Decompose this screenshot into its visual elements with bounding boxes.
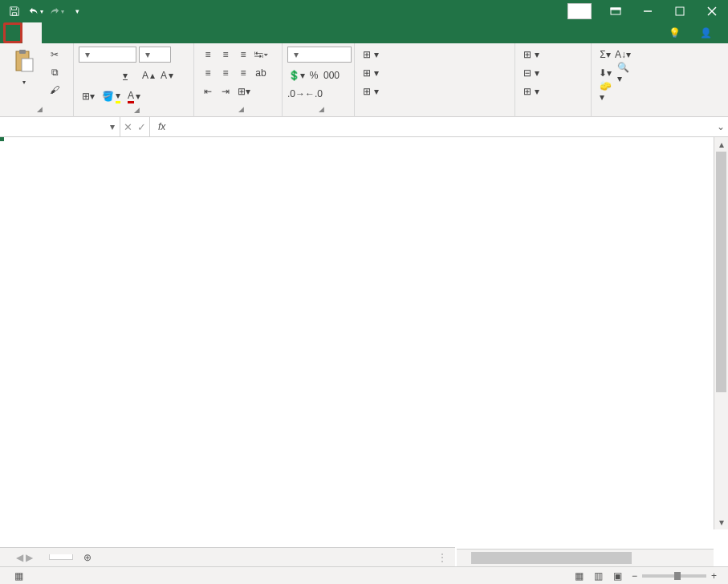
normal-view-icon[interactable]: ▦: [571, 569, 588, 583]
indent-increase-icon[interactable]: ⇥: [217, 83, 234, 99]
tab-review[interactable]: [119, 22, 138, 43]
align-middle-icon[interactable]: ≡: [217, 47, 234, 63]
sheet-tabs-bar: ◀ ▶ ⊕ ⋮: [0, 547, 455, 566]
enter-formula-icon[interactable]: ✓: [137, 121, 146, 133]
cell-styles-icon: ⊞: [363, 86, 371, 97]
tab-formulas[interactable]: [80, 22, 100, 43]
indent-decrease-icon[interactable]: ⇤: [199, 83, 217, 99]
launcher-icon[interactable]: ◢: [37, 105, 43, 113]
tab-layout[interactable]: [61, 22, 80, 43]
name-box-input[interactable]: [5, 121, 110, 132]
format-painter-icon[interactable]: 🖌: [46, 82, 63, 98]
zoom-slider[interactable]: [642, 574, 706, 578]
align-top-icon[interactable]: ≡: [199, 47, 217, 63]
page-break-icon[interactable]: ▣: [609, 569, 627, 583]
fx-icon[interactable]: fx: [150, 117, 173, 136]
title-bar: ▾ ▾ ▾: [0, 0, 728, 22]
formula-input[interactable]: [178, 121, 709, 132]
autosum-icon[interactable]: Σ▾: [596, 47, 614, 63]
cut-icon[interactable]: ✂: [46, 47, 63, 63]
cancel-formula-icon[interactable]: ✕: [124, 121, 132, 133]
italic-button[interactable]: [97, 67, 115, 83]
borders-button[interactable]: ⊞▾: [79, 88, 98, 104]
comma-icon[interactable]: 000: [323, 67, 340, 83]
decrease-decimal-icon[interactable]: ←.0: [305, 86, 323, 102]
increase-decimal-icon[interactable]: .0→: [287, 86, 305, 102]
clear-icon[interactable]: 🧽▾: [596, 83, 614, 99]
font-name-combo[interactable]: ▾: [79, 47, 136, 63]
redo-icon[interactable]: ▾: [47, 2, 66, 21]
undo-icon[interactable]: ▾: [26, 2, 45, 21]
font-size-combo[interactable]: ▾: [139, 47, 171, 63]
page-layout-icon[interactable]: ▥: [590, 569, 608, 583]
add-sheet-button[interactable]: ⊕: [78, 548, 97, 567]
close-icon[interactable]: [696, 0, 728, 22]
grow-font-icon[interactable]: A▴: [140, 67, 157, 83]
merge-button[interactable]: ⊞▾: [234, 83, 254, 99]
delete-cells-button[interactable]: ⊟ ▾: [520, 65, 586, 81]
save-icon[interactable]: [5, 2, 24, 21]
zoom-in-button[interactable]: +: [711, 570, 717, 582]
svg-rect-7: [19, 50, 26, 54]
tab-help[interactable]: [157, 22, 177, 43]
tell-me-button[interactable]: 💡: [662, 22, 690, 43]
login-button[interactable]: [567, 3, 592, 19]
bold-button[interactable]: [79, 67, 96, 83]
wrap-text-icon[interactable]: ab: [252, 65, 270, 81]
align-center-icon[interactable]: ≡: [217, 65, 234, 81]
name-box[interactable]: ▾: [0, 117, 120, 136]
format-cells-button[interactable]: ⊞ ▾: [520, 83, 586, 99]
tab-view[interactable]: [138, 22, 157, 43]
align-left-icon[interactable]: ≡: [199, 65, 217, 81]
tab-home[interactable]: [22, 22, 42, 43]
zoom-out-button[interactable]: −: [632, 570, 637, 582]
horizontal-scrollbar[interactable]: [457, 549, 714, 566]
share-icon: 👤: [700, 27, 712, 39]
launcher-icon[interactable]: ◢: [134, 106, 140, 114]
chevron-down-icon[interactable]: ▾: [110, 121, 115, 132]
tab-file[interactable]: [3, 22, 22, 43]
sheet-tab[interactable]: [49, 554, 73, 560]
table-icon: ⊞: [363, 67, 371, 79]
fill-icon[interactable]: ⬇▾: [596, 65, 614, 81]
align-bottom-icon[interactable]: ≡: [234, 47, 252, 63]
maximize-icon[interactable]: [664, 0, 696, 22]
orientation-icon[interactable]: ⭾▾: [252, 47, 270, 63]
fill-color-button[interactable]: 🪣▾: [99, 88, 124, 104]
fill-handle[interactable]: [0, 137, 4, 141]
sheet-nav[interactable]: ◀ ▶: [16, 552, 33, 563]
accounting-icon[interactable]: 💲▾: [287, 67, 305, 83]
format-table-button[interactable]: ⊞ ▾: [360, 65, 510, 81]
minimize-icon[interactable]: [632, 0, 664, 22]
bucket-icon: 🪣: [102, 91, 114, 102]
tab-data[interactable]: [100, 22, 119, 43]
status-bar: ▦ ▦ ▥ ▣ − +: [0, 566, 728, 584]
tab-insert[interactable]: [42, 22, 61, 43]
percent-icon[interactable]: %: [305, 67, 323, 83]
window-controls: [567, 0, 728, 22]
launcher-icon[interactable]: ◢: [319, 105, 324, 113]
copy-icon[interactable]: ⧉: [46, 64, 63, 80]
underline-button[interactable]: ▾: [116, 67, 133, 83]
cond-format-button[interactable]: ⊞ ▾: [360, 47, 510, 63]
shrink-font-icon[interactable]: A▾: [158, 67, 176, 83]
align-right-icon[interactable]: ≡: [234, 65, 252, 81]
spreadsheet-grid[interactable]: [0, 137, 728, 547]
cell-styles-button[interactable]: ⊞ ▾: [360, 83, 510, 99]
paste-button[interactable]: ▾: [5, 47, 43, 88]
launcher-icon[interactable]: ◢: [238, 105, 244, 113]
qat-customize-icon[interactable]: ▾: [67, 2, 87, 21]
vertical-scrollbar[interactable]: ▴ ▾: [714, 137, 728, 529]
ribbon-options-icon[interactable]: [600, 0, 632, 22]
number-format-combo[interactable]: ▾: [287, 47, 352, 63]
sort-filter-icon[interactable]: A↓▾: [614, 47, 632, 63]
quick-access-toolbar: ▾ ▾ ▾: [0, 2, 87, 21]
insert-cells-icon: ⊞: [523, 49, 531, 60]
share-button[interactable]: 👤: [693, 22, 722, 43]
clipboard-icon: [11, 48, 37, 74]
insert-cells-button[interactable]: ⊞ ▾: [520, 47, 586, 63]
find-icon[interactable]: 🔍▾: [614, 65, 632, 81]
macro-record-icon[interactable]: ▦: [14, 570, 23, 582]
expand-formula-icon[interactable]: ⌄: [714, 117, 728, 136]
font-color-button[interactable]: A▾: [124, 88, 144, 104]
